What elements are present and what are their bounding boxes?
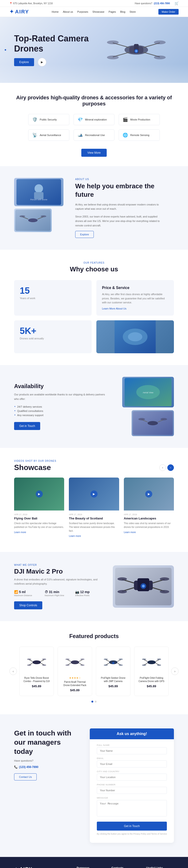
hero-explore-button[interactable]: Explore: [14, 58, 34, 66]
svg-point-48: [32, 660, 41, 664]
svg-point-43: [160, 577, 169, 581]
nav-purposes[interactable]: Purposes: [77, 10, 88, 13]
showcase-learn-more-1[interactable]: Learn more: [14, 531, 64, 533]
svg-rect-15: [34, 192, 43, 199]
carousel-dot-1[interactable]: [91, 701, 93, 703]
svg-point-25: [128, 332, 142, 341]
why-stat-drones: 5K+ Drones sold annually: [14, 320, 92, 353]
form-header: Ask us anything!: [90, 728, 174, 739]
showcase-next-button[interactable]: ›: [167, 464, 174, 471]
nav-about[interactable]: About us: [63, 10, 73, 13]
view-more-button[interactable]: View More: [81, 149, 107, 157]
aerial-map-svg: [96, 320, 174, 353]
svg-point-81: [142, 658, 146, 660]
about-text-1: At Airy, we believe that using drones sh…: [75, 203, 164, 211]
drone-product-2-svg: [66, 654, 84, 671]
products-section: Featured products ‹: [0, 621, 188, 714]
why-feature-price: Price & Service At Airy, we offer first …: [96, 280, 174, 316]
nav-showcase[interactable]: Showcase: [92, 10, 104, 13]
form-phone-input[interactable]: [97, 787, 167, 794]
contact-title: Get in touch with our managers today: [14, 728, 76, 756]
svg-point-55: [27, 664, 31, 666]
nav-right: Make Order: [158, 9, 179, 14]
nav-pages[interactable]: Pages: [109, 10, 116, 13]
carousel-next-button[interactable]: ›: [171, 668, 179, 675]
svg-text:Person with drone: Person with drone: [30, 198, 47, 201]
purpose-aerial: 📡 Aerial Surveillance: [28, 129, 69, 141]
ocean-aerial-svg: Aerial View: [124, 378, 172, 406]
cart-icon[interactable]: 🛒: [175, 1, 179, 5]
availability-content: Availability Our products are available …: [14, 383, 108, 430]
hero-dot-1[interactable]: [5, 49, 6, 51]
product-card-3: ProFlight Seeker Drone with 2MP Camera $…: [96, 647, 130, 696]
dji-specs: 📶 5 ml Maximum Distance ⏱ 31 min Maximum…: [14, 590, 103, 597]
clock-icon: ⏱: [45, 590, 48, 594]
footer-purposes-col: Purposes Movie Production Mineral Explor…: [77, 866, 104, 868]
showcase-title: Showcase: [14, 463, 51, 472]
nav-home[interactable]: Home: [52, 10, 59, 13]
avail-item-1: 24/7 delivery services: [14, 405, 108, 409]
form-submit-button[interactable]: Get in Touch: [97, 822, 167, 831]
logo-icon: ✦: [9, 9, 14, 15]
avail-item-3: Any necessary support: [14, 413, 108, 417]
svg-point-63: [80, 658, 84, 660]
why-feature-text: At Airy, we offer first class drones at …: [102, 292, 168, 305]
products-carousel: ‹ Ryze Tello Drone Boos: [9, 647, 179, 696]
purpose-label: Public Security: [40, 118, 57, 121]
showcase-info-1: APR 17, 2019 Flying Over Bali Check out …: [14, 510, 64, 536]
dji-product-image: [113, 565, 174, 608]
showcase-date-3: APR 17, 2019: [124, 513, 174, 516]
product-name-4: ProFlight Orbit Folding Camera Drone wit…: [138, 676, 165, 683]
purpose-label: Movie Production: [130, 118, 150, 121]
footer-brand: ✦ AIRY Airy is your #1 source for the la…: [14, 866, 70, 868]
make-order-button[interactable]: Make Order: [158, 9, 179, 14]
form-city-input[interactable]: [97, 774, 167, 781]
footer-grid: ✦ AIRY Airy is your #1 source for the la…: [14, 866, 174, 868]
drone-flying-svg: [15, 210, 50, 231]
location-icon: 📍: [9, 2, 12, 5]
carousel-dots: [9, 701, 179, 703]
hero-section: Top-Rated Camera Drones Explore ▶: [0, 17, 188, 83]
showcase-play-1[interactable]: ▶: [36, 491, 43, 498]
why-learn-more-link[interactable]: Learn More About Us: [102, 307, 168, 310]
nav-store[interactable]: Store: [129, 10, 136, 13]
footer: ✦ AIRY Airy is your #1 source for the la…: [0, 857, 188, 868]
product-price-1: $45.89: [23, 684, 50, 688]
products-title: Featured products: [9, 633, 179, 640]
dji-spec-distance-value: 📶 5 ml: [14, 590, 42, 594]
footer-contacts-title: Contacts: [111, 866, 139, 868]
about-explore-button[interactable]: Explore: [75, 231, 94, 238]
showcase-learn-more-3[interactable]: Learn more: [124, 531, 174, 533]
showcase-learn-more-2[interactable]: Learn more: [69, 535, 119, 537]
purpose-public-security: 🛡️ Public Security: [28, 114, 69, 125]
form-name-input[interactable]: [97, 747, 167, 754]
contact-us-button[interactable]: Contact Us: [14, 773, 37, 780]
about-title: We help you embrace the future: [75, 182, 164, 199]
svg-point-34: [160, 418, 167, 420]
availability-text: Our products are available worldwide tha…: [14, 392, 108, 401]
top-bar: 📍 675 Lafayette Ave, Brooklyn, NY 1216 H…: [0, 0, 188, 7]
form-city-label: CITY AND COUNTRY: [97, 770, 167, 773]
nav-blog[interactable]: Blog: [120, 10, 125, 13]
form-message-textarea[interactable]: [97, 800, 167, 816]
carousel-prev-button[interactable]: ‹: [9, 668, 17, 675]
showcase-play-3[interactable]: ▶: [145, 491, 152, 498]
showcase-label: VIDEOS SHOT BY OUR DRONES: [14, 460, 174, 462]
showcase-prev-button[interactable]: ‹: [159, 464, 166, 471]
svg-point-12: [135, 50, 137, 52]
svg-point-75: [112, 662, 114, 664]
hero-play-button[interactable]: ▶: [38, 58, 46, 66]
products-grid: Ryze Tello Drone Boost Combo - Powered b…: [19, 647, 169, 696]
navbar: ✦ AIRY Home About us Purposes Showcase P…: [0, 7, 188, 17]
carousel-dot-2[interactable]: [95, 701, 97, 703]
availability-get-touch-button[interactable]: Get in Touch: [14, 422, 40, 430]
logo[interactable]: ✦ AIRY: [9, 9, 29, 15]
showcase-play-2[interactable]: ▶: [90, 491, 98, 498]
showcase-header: Showcase ‹ ›: [14, 463, 174, 472]
form-email-input[interactable]: [97, 761, 167, 768]
svg-point-57: [71, 660, 79, 664]
product-price-4: $45.89: [138, 684, 165, 688]
why-label: OUR FEATURES: [14, 261, 174, 264]
svg-line-78: [156, 660, 159, 661]
shop-controls-button[interactable]: Shop Controls: [14, 601, 42, 609]
